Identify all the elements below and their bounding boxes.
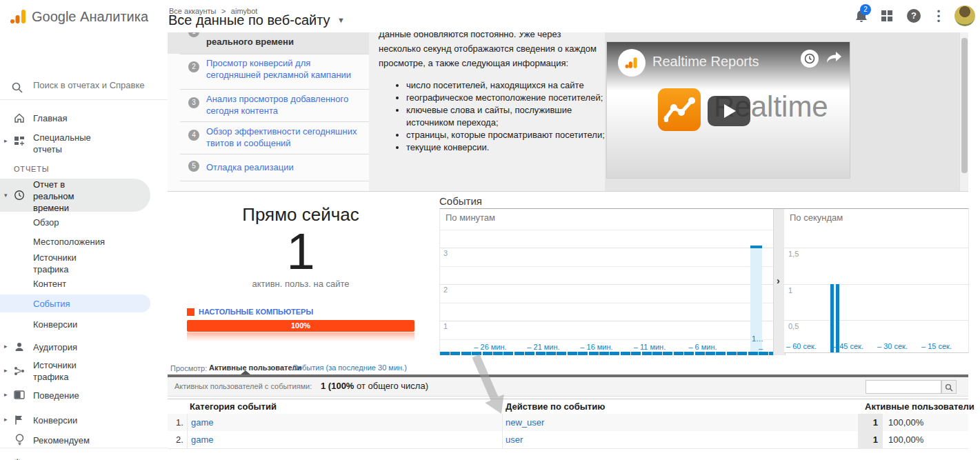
y-tick: 1,5 xyxy=(788,250,799,258)
sidebar-item-realtime-locations[interactable]: Местоположения xyxy=(33,236,105,248)
x-tick-partial: 1… xyxy=(752,334,763,343)
divider xyxy=(187,414,188,431)
tab-active-users[interactable]: Активные пользователи xyxy=(209,363,301,372)
realtime-help-card: 1 реального времени 2 Просмотр конверсий… xyxy=(168,32,968,192)
sidebar-item-realtime-traffic-sources[interactable]: Источники трафика xyxy=(33,252,109,275)
sidebar-item-label: Конверсии xyxy=(33,414,77,426)
x-tick: – 26 мин. xyxy=(470,343,511,351)
sidebar-item-behavior[interactable]: ▸ Поведение xyxy=(0,388,150,403)
column-header-category[interactable]: Категория событий xyxy=(190,401,277,412)
sidebar-item-recommend[interactable]: Рекомендуем xyxy=(0,432,150,448)
expand-arrow-icon[interactable]: ▸ xyxy=(4,367,8,374)
tutorial-step[interactable]: 4 Обзор эффективности сегодняшних твитов… xyxy=(168,121,370,154)
sidebar-item-acquisition[interactable]: ▸ Источники трафика xyxy=(0,359,150,386)
brand-title: Google Аналитика xyxy=(32,9,148,25)
event-action-link[interactable]: user xyxy=(506,434,523,445)
sidebar-item-realtime-overview[interactable]: Обзор xyxy=(33,217,59,228)
intro-bullet: текущие конверсии. xyxy=(406,141,608,154)
sidebar-section-reports: ОТЧЕТЫ xyxy=(14,165,49,173)
gridline xyxy=(784,320,968,321)
event-action-link[interactable]: new_user xyxy=(506,417,544,428)
active-users-value: 1 xyxy=(858,414,883,431)
x-tick: – 6 мин. xyxy=(682,343,723,351)
app-header: Google Аналитика Все аккаунты > aimybot … xyxy=(0,0,980,32)
home-icon xyxy=(14,112,25,123)
sidebar-item-audience[interactable]: ▸ Аудитория xyxy=(0,340,150,355)
active-users-count: 1 xyxy=(187,222,414,281)
chart-title: По секундам xyxy=(790,212,843,223)
tutorial-step-selected[interactable]: 1 реального времени xyxy=(168,32,370,54)
divider xyxy=(180,181,370,181)
table-row: 2. game user 1 100,00% xyxy=(168,431,968,449)
column-header-action[interactable]: Действие по событию xyxy=(506,401,605,412)
sidebar-item-conversions[interactable]: ▸ Конверсии xyxy=(0,413,150,428)
minute-bar-value-3[interactable] xyxy=(750,246,762,248)
desktop-share-bar: 100% xyxy=(187,320,414,332)
flag-icon xyxy=(14,414,25,426)
expand-arrow-icon[interactable]: ▸ xyxy=(4,343,8,350)
expand-arrow-icon[interactable]: ▸ xyxy=(4,416,8,423)
search-input[interactable] xyxy=(32,79,160,91)
step-number: 5 xyxy=(188,161,199,172)
y-tick: 1 xyxy=(443,322,448,330)
second-bar-value-1[interactable] xyxy=(830,284,834,352)
behavior-icon xyxy=(14,390,25,400)
table-search-button[interactable] xyxy=(941,380,957,394)
share-icon[interactable] xyxy=(826,50,843,66)
column-header-active-users[interactable]: Активные пользователи xyxy=(865,401,974,412)
sidebar-item-custom-reports[interactable]: ▸ Специальные отчеты xyxy=(0,132,150,158)
summary-value: 1 (100% xyxy=(321,381,354,391)
step-number: 3 xyxy=(188,97,199,108)
sidebar-item-realtime-content[interactable]: Контент xyxy=(33,278,66,290)
avatar[interactable] xyxy=(954,6,975,26)
lightbulb-icon xyxy=(14,434,25,446)
event-category-link[interactable]: game xyxy=(191,417,214,428)
video-panel: Realtime Reports Realtime xyxy=(605,32,968,191)
sidebar-item-realtime[interactable]: ▾ Отчет в реальном времени xyxy=(0,179,150,212)
chart-title: По минутам xyxy=(446,212,495,223)
google-analytics-logo-icon[interactable] xyxy=(8,7,28,26)
play-icon xyxy=(724,104,736,118)
step-number: 4 xyxy=(188,130,199,141)
sidebar-item-realtime-events[interactable]: События xyxy=(0,294,150,312)
event-category-link[interactable]: game xyxy=(191,434,214,445)
video-thumbnail[interactable]: Realtime Reports Realtime xyxy=(606,41,850,179)
divider xyxy=(0,448,168,448)
sidebar-item-home[interactable]: Главная xyxy=(0,111,150,129)
play-button[interactable] xyxy=(708,96,750,126)
kebab-menu-icon[interactable]: ••• xyxy=(935,9,942,23)
sidebar-item-label: Поведение xyxy=(33,390,79,401)
video-title: Realtime Reports xyxy=(652,54,759,70)
step-label: реального времени xyxy=(206,36,366,48)
legend-desktop-label[interactable]: НАСТОЛЬНЫЕ КОМПЬЮТЕРЫ xyxy=(199,308,313,316)
scrollbar-thumb[interactable] xyxy=(961,38,968,173)
sort-desc-icon[interactable]: ↓ xyxy=(959,401,964,412)
gridline xyxy=(784,284,968,285)
tutorial-step[interactable]: 5 Отладка реализации xyxy=(168,154,370,181)
divider xyxy=(502,431,503,448)
tutorial-step[interactable]: 2 Просмотр конверсий для сегодняшней рек… xyxy=(168,54,370,89)
second-bar-value-1[interactable] xyxy=(836,284,839,352)
summary-value-rest: от общего числа) xyxy=(354,381,428,391)
acquisition-icon xyxy=(14,366,25,377)
expand-arrow-icon[interactable]: ▸ xyxy=(4,137,8,144)
row-index: 1. xyxy=(176,417,183,428)
gridline xyxy=(440,230,774,230)
y-tick: 3 xyxy=(443,249,448,257)
intro-bullet: ключевые слова и сайты, послужившие исто… xyxy=(406,104,608,129)
sidebar-item-realtime-conversions[interactable]: Конверсии xyxy=(33,319,77,330)
table-search-input[interactable] xyxy=(866,380,941,394)
collapse-arrow-icon[interactable]: ▾ xyxy=(4,192,8,199)
scrollbar-track[interactable] xyxy=(959,32,968,191)
watch-later-icon[interactable] xyxy=(801,50,819,68)
active-users-percent: 100,00% xyxy=(888,417,923,428)
tab-events-30min[interactable]: События (за последние 30 мин.) xyxy=(292,363,407,372)
tutorial-step[interactable]: 3 Анализ просмотров добавленного сегодня… xyxy=(168,89,370,121)
sidebar-item-admin[interactable]: ⚙ Администратор xyxy=(0,456,150,460)
expand-arrow-icon[interactable]: ▸ xyxy=(4,391,8,398)
step-label: Отладка реализации xyxy=(206,161,366,173)
property-selector[interactable]: Все данные по веб-сайту ▼ xyxy=(168,12,345,28)
help-icon[interactable]: ? xyxy=(907,9,921,23)
apps-grid-icon[interactable] xyxy=(881,10,893,22)
sidebar-item-label: Аудитория xyxy=(33,341,77,353)
